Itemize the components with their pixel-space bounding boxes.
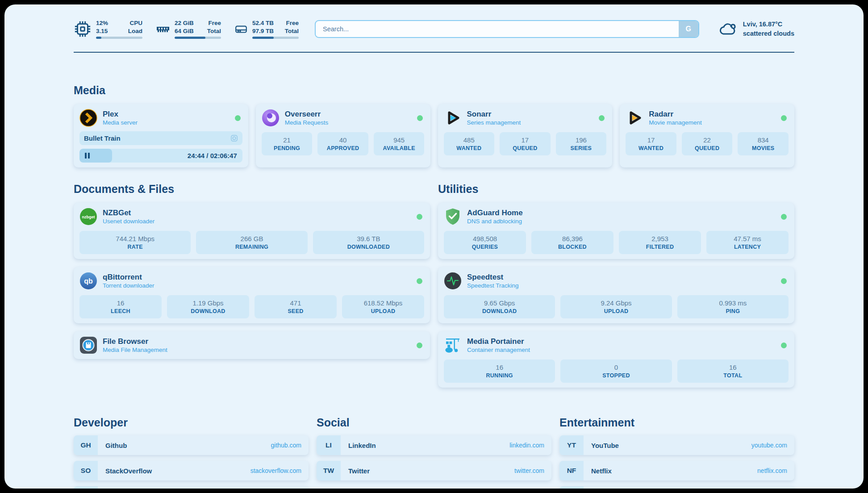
cpu-progress-bar — [96, 37, 142, 39]
ram-icon — [156, 22, 170, 36]
cpu-usage-value: 12% — [96, 19, 108, 27]
stat-tile: 945 AVAILABLE — [374, 132, 425, 155]
stat-tile: 498,508 QUERIES — [444, 231, 526, 254]
ram-total-label: Total — [207, 27, 221, 35]
app-description: Series management — [467, 119, 594, 127]
stat-tile: 196 SERIES — [556, 132, 607, 155]
section-title-documents: Documents & Files — [74, 183, 430, 196]
plex-card[interactable]: Plex Media server Bullet Train 24:44 / 0… — [74, 104, 248, 167]
top-bar: 12% 3.15 CPU Load — [74, 17, 794, 41]
bookmark-name: Github — [105, 442, 127, 449]
stat-tile: 2,953 FILTERED — [619, 231, 701, 254]
stat-tile: 86,396 BLOCKED — [531, 231, 613, 254]
app-description: Media File Management — [103, 346, 411, 354]
sonarr-card[interactable]: Sonarr Series management 485 WANTED 17 Q… — [438, 104, 613, 167]
stat-tile: 16 RUNNING — [444, 359, 555, 383]
status-indicator — [417, 343, 422, 348]
cpu-load-value: 3.15 — [96, 27, 108, 35]
now-playing-title: Bullet Train — [84, 134, 230, 142]
bookmark-abbr: GH — [74, 435, 98, 455]
search-bar: G — [315, 20, 699, 38]
bookmark-reddit[interactable]: RE Reddit reddit.com — [559, 486, 794, 489]
radarr-card[interactable]: Radarr Movie management 17 WANTED 22 QUE… — [620, 104, 794, 167]
stat-tile: 471 SEED — [255, 295, 337, 318]
bookmark-linkedin[interactable]: LI LinkedIn linkedin.com — [317, 435, 551, 455]
stat-tile: 16 LEECH — [79, 295, 162, 318]
app-description: Usenet downloader — [103, 217, 411, 226]
disk-free-value: 52.4 TB — [252, 19, 274, 27]
status-indicator — [417, 214, 422, 220]
bookmark-name: LinkedIn — [348, 442, 376, 449]
ram-free-value: 22 GiB — [175, 19, 194, 27]
disk-free-label: Free — [285, 19, 299, 27]
bookmark-name: Twitter — [348, 467, 370, 475]
bookmark-abbr: LI — [317, 435, 341, 455]
speedtest-card[interactable]: Speedtest Speedtest Tracking 9.65 Gbps D… — [438, 267, 794, 323]
bookmark-url: github.com — [271, 442, 301, 449]
dashboard-page: 12% 3.15 CPU Load — [4, 4, 864, 489]
qbittorrent-icon: qb — [79, 272, 97, 290]
stat-tile: 47.57 ms LATENCY — [706, 231, 789, 254]
disk-total-value: 97.9 TB — [252, 27, 274, 35]
search-input[interactable] — [316, 25, 679, 33]
bookmark-url: youtube.com — [751, 442, 787, 449]
status-indicator — [781, 278, 787, 284]
app-name: Radarr — [649, 109, 776, 119]
svg-text:qb: qb — [84, 277, 93, 285]
bookmark-abbr: YT — [559, 435, 584, 455]
bookmark-group-entertainment: Entertainment YT YouTube youtube.com NF … — [559, 416, 794, 489]
cloud-icon — [718, 21, 738, 38]
disk-stat-widget: 52.4 TB 97.9 TB Free Total — [234, 19, 299, 39]
stat-tile: 17 WANTED — [626, 132, 676, 155]
bookmark-youtube[interactable]: YT YouTube youtube.com — [559, 435, 794, 455]
filebrowser-card[interactable]: File Browser Media File Management — [74, 331, 430, 359]
stat-tile: 9.65 Gbps DOWNLOAD — [444, 295, 555, 318]
weather-condition: scattered clouds — [743, 29, 794, 38]
speedtest-icon — [444, 272, 462, 290]
disk-progress-bar — [252, 37, 299, 39]
portainer-icon — [444, 336, 462, 354]
bookmark-stackoverflow[interactable]: SO StackOverflow stackoverflow.com — [74, 461, 309, 480]
plex-icon — [79, 109, 97, 127]
search-provider-button[interactable]: G — [679, 21, 698, 37]
pause-icon — [85, 153, 90, 159]
bookmark-abbr: DT — [74, 486, 98, 489]
now-playing-row: Bullet Train — [79, 131, 242, 145]
bookmark-netflix[interactable]: NF Netflix netflix.com — [559, 461, 794, 480]
section-title-developer: Developer — [74, 416, 309, 429]
qbittorrent-card[interactable]: qb qBittorrent Torrent downloader 16 LEE… — [74, 267, 430, 323]
nzbget-card[interactable]: nzbget NZBGet Usenet downloader 744.21 M… — [74, 203, 430, 259]
status-indicator — [599, 115, 605, 121]
status-indicator — [235, 115, 241, 121]
weather-widget: Lviv, 16.87°C scattered clouds — [718, 20, 794, 38]
adguard-card[interactable]: AdGuard Home DNS and adblocking 498,508 … — [438, 203, 794, 259]
bookmark-dev[interactable]: DT DEV dev.to — [74, 486, 309, 489]
app-description: Movie management — [649, 119, 776, 127]
bookmark-abbr: RE — [559, 486, 584, 489]
radarr-icon — [626, 109, 643, 127]
bookmark-github[interactable]: GH Github github.com — [74, 435, 309, 455]
bookmark-url: stackoverflow.com — [250, 467, 301, 474]
cpu-load-label: Load — [128, 27, 142, 35]
app-name: Plex — [103, 109, 230, 119]
disk-total-label: Total — [285, 27, 299, 35]
sonarr-icon — [444, 109, 462, 127]
app-description: Media Requests — [285, 119, 412, 127]
stat-tile: 21 PENDING — [262, 132, 313, 155]
bookmark-abbr: TW — [317, 461, 341, 480]
status-indicator — [781, 214, 787, 220]
cpu-stat-widget: 12% 3.15 CPU Load — [74, 19, 142, 39]
overseerr-card[interactable]: Overseerr Media Requests 21 PENDING 40 A… — [256, 104, 430, 167]
portainer-card[interactable]: Media Portainer Container management 16 … — [438, 331, 794, 388]
video-icon — [230, 134, 238, 142]
system-stats: 12% 3.15 CPU Load — [74, 19, 299, 39]
status-indicator — [417, 115, 423, 121]
bookmark-twitter[interactable]: TW Twitter twitter.com — [317, 461, 551, 480]
header-divider — [74, 52, 794, 53]
app-name: File Browser — [103, 337, 411, 346]
app-description: Speedtest Tracking — [467, 282, 776, 290]
bookmark-group-social: Social LI LinkedIn linkedin.com TW Twitt… — [317, 416, 551, 489]
bookmark-abbr: SO — [74, 461, 98, 480]
filebrowser-icon — [79, 336, 97, 354]
playback-progress-bar: 24:44 / 02:06:47 — [79, 149, 242, 163]
